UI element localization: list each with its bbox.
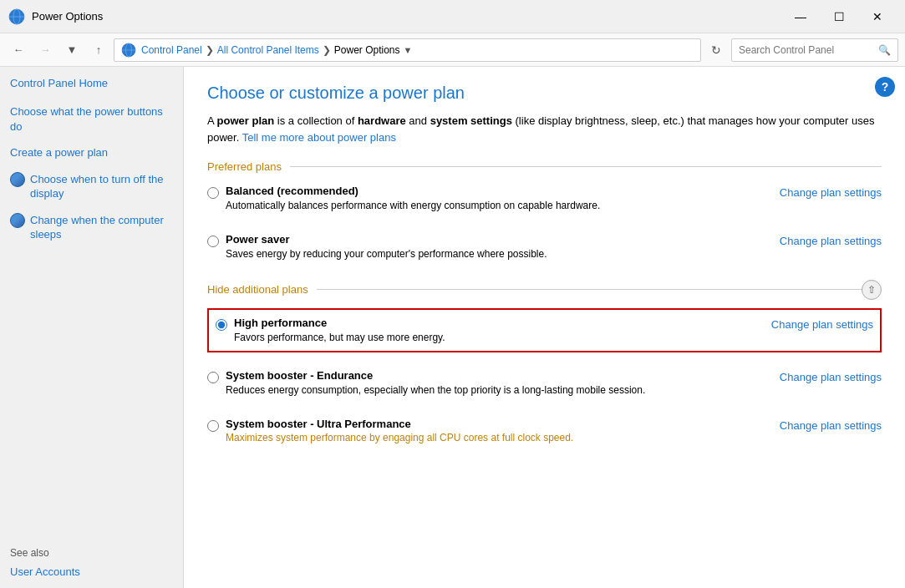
plan-endurance-settings-link[interactable]: Change plan settings [780, 371, 882, 383]
plan-high-performance-name: High performance [234, 317, 327, 329]
breadcrumb-dropdown-icon[interactable]: ▼ [403, 45, 412, 55]
dropdown-button[interactable]: ▼ [60, 38, 84, 62]
sidebar-item-create-plan[interactable]: Create a power plan [10, 145, 173, 160]
plan-endurance-name: System booster - Endurance [226, 369, 373, 382]
help-button[interactable]: ? [875, 77, 895, 97]
plan-ultra-info: System booster - Ultra Performance Maxim… [226, 418, 770, 444]
plan-ultra-radio[interactable] [207, 420, 219, 432]
sidebar-label-power-buttons: Choose what the power buttons do [10, 104, 173, 134]
main-container: Control Panel Home Choose what the power… [0, 67, 905, 588]
preferred-plans-divider [290, 166, 882, 167]
plan-high-performance-radio[interactable] [216, 319, 227, 331]
window-title: Power Options [32, 10, 781, 23]
content-title: Choose or customize a power plan [207, 84, 882, 103]
plan-balanced: Balanced (recommended) Automatically bal… [207, 181, 882, 216]
additional-plans-label: Hide additional plans [207, 283, 317, 296]
plan-ultra-desc: Maximizes system performance by engaging… [226, 432, 770, 444]
search-box: 🔍 [731, 38, 898, 62]
plan-endurance-radio[interactable] [207, 372, 219, 383]
plan-high-performance-desc: Favors performance, but may use more ene… [234, 331, 761, 345]
sidebar-label-create-plan: Create a power plan [10, 145, 108, 160]
sidebar-item-computer-sleeps[interactable]: Change when the computer sleeps [10, 213, 173, 242]
learn-more-link[interactable]: Tell me more about power plans [242, 131, 396, 144]
plan-balanced-info: Balanced (recommended) Automatically bal… [226, 185, 770, 213]
search-icon: 🔍 [878, 44, 891, 56]
user-accounts-link[interactable]: User Accounts [10, 565, 173, 578]
forward-button[interactable]: → [33, 38, 57, 62]
back-button[interactable]: ← [7, 38, 30, 62]
up-button[interactable]: ↑ [87, 38, 110, 62]
sidebar-label-computer-sleeps: Change when the computer sleeps [30, 213, 173, 242]
plan-balanced-desc: Automatically balances performance with … [226, 199, 770, 213]
plan-system-booster-ultra: System booster - Ultra Performance Maxim… [207, 414, 882, 447]
collapse-additional-plans-button[interactable]: ⇧ [862, 280, 882, 300]
see-also-section: See also User Accounts [10, 534, 173, 578]
plan-ultra-row: System booster - Ultra Performance Maxim… [207, 418, 882, 444]
app-icon [8, 8, 25, 25]
sidebar-item-power-buttons[interactable]: Choose what the power buttons do [10, 104, 173, 134]
search-input[interactable] [739, 44, 878, 56]
plan-high-performance-container: High performance Favors performance, but… [207, 308, 882, 353]
plan-endurance-desc: Reduces energy consumption, especially w… [226, 383, 770, 398]
plan-balanced-row: Balanced (recommended) Automatically bal… [207, 185, 882, 213]
plan-high-performance-info: High performance Favors performance, but… [234, 317, 761, 345]
breadcrumb-control-panel[interactable]: Control Panel [141, 44, 202, 56]
plan-power-saver: Power saver Saves energy by reducing you… [207, 230, 882, 265]
plan-endurance-info: System booster - Endurance Reduces energ… [226, 369, 770, 398]
plan-power-saver-row: Power saver Saves energy by reducing you… [207, 233, 882, 261]
refresh-button[interactable]: ↻ [704, 38, 728, 62]
breadcrumb-all-items[interactable]: All Control Panel Items [217, 44, 319, 56]
plan-ultra-settings-link[interactable]: Change plan settings [780, 419, 882, 432]
close-button[interactable]: ✕ [858, 3, 897, 30]
globe-icon-sleep [10, 213, 25, 228]
sidebar-home-link[interactable]: Control Panel Home [10, 77, 173, 89]
plan-power-saver-desc: Saves energy by reducing your computer's… [226, 247, 770, 261]
plan-balanced-radio[interactable] [207, 187, 219, 199]
globe-icon-display [10, 172, 25, 187]
preferred-plans-section-header: Preferred plans [207, 160, 882, 173]
plan-balanced-name: Balanced (recommended) [226, 185, 358, 197]
window-controls: — ☐ ✕ [781, 3, 897, 30]
sidebar: Control Panel Home Choose what the power… [0, 67, 184, 588]
additional-plans-section-header: Hide additional plans ⇧ [207, 280, 882, 300]
breadcrumb: Control Panel ❯ All Control Panel Items … [114, 38, 701, 62]
plan-balanced-settings-link[interactable]: Change plan settings [780, 186, 882, 199]
plan-high-performance-row: High performance Favors performance, but… [216, 317, 873, 345]
plan-power-saver-settings-link[interactable]: Change plan settings [780, 235, 882, 247]
minimize-button[interactable]: — [781, 3, 820, 30]
title-bar: Power Options — ☐ ✕ [0, 0, 905, 33]
maximize-button[interactable]: ☐ [820, 3, 858, 30]
plan-power-saver-info: Power saver Saves energy by reducing you… [226, 233, 770, 261]
address-bar: ← → ▼ ↑ Control Panel ❯ All Control Pane… [0, 33, 905, 67]
content-description: A power plan is a collection of hardware… [207, 113, 882, 145]
plan-endurance-row: System booster - Endurance Reduces energ… [207, 369, 882, 398]
breadcrumb-current: Power Options [334, 44, 400, 56]
sidebar-item-turn-off-display[interactable]: Choose when to turn off the display [10, 172, 173, 201]
plan-system-booster-endurance: System booster - Endurance Reduces energ… [207, 366, 882, 401]
plan-power-saver-name: Power saver [226, 233, 290, 246]
additional-plans-divider [317, 289, 862, 290]
plan-power-saver-radio[interactable] [207, 236, 219, 247]
plan-ultra-name: System booster - Ultra Performance [226, 418, 411, 430]
see-also-label: See also [10, 547, 173, 559]
preferred-plans-label: Preferred plans [207, 160, 290, 173]
sidebar-label-turn-off-display: Choose when to turn off the display [30, 172, 173, 201]
plan-high-performance-settings-link[interactable]: Change plan settings [771, 318, 873, 331]
content-area: ? Choose or customize a power plan A pow… [184, 67, 905, 588]
